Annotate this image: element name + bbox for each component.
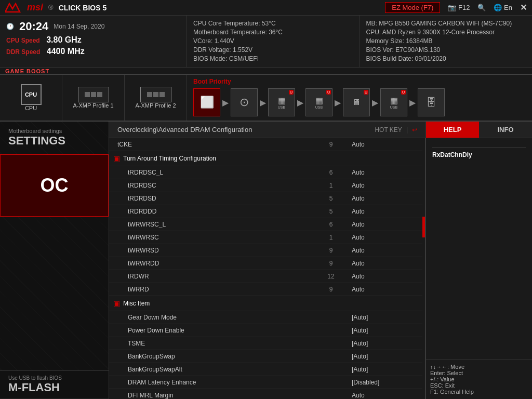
table-row-13[interactable]: Gear Down Mode[Auto]	[109, 311, 422, 324]
section-toggle-1[interactable]: ▣	[113, 154, 120, 163]
table-row-4[interactable]: tRDRDSD5Auto	[109, 192, 422, 205]
row-name-14: Power Down Enable	[117, 327, 310, 334]
boot-arrow-4: ▶	[335, 98, 341, 108]
row-value-4: 5	[310, 195, 352, 202]
scroll-thumb	[422, 217, 425, 237]
sidebar-settings[interactable]: Motherboard settings SETTINGS	[0, 122, 109, 154]
table-row-17[interactable]: BankGroupSwapAlt[Auto]	[109, 363, 422, 376]
right-panel: HELP INFO RxDatChnDly ↑↓→←: Move Enter: …	[425, 122, 532, 399]
boot-device-hdd[interactable]: ⬜	[193, 88, 220, 116]
table-row-0[interactable]: tCKE9Auto	[109, 138, 422, 151]
scroll-indicator	[422, 138, 425, 399]
boot-device-usb4[interactable]: U ▦ USB	[380, 88, 407, 116]
ez-mode-button[interactable]: EZ Mode (F7)	[385, 2, 440, 13]
clock-icon: 🕐	[6, 23, 14, 30]
table-row-8[interactable]: tWRWRSD9Auto	[109, 244, 422, 257]
close-button[interactable]: ✕	[520, 3, 527, 12]
usb1-icon: ▦	[278, 96, 286, 105]
svg-marker-0	[5, 4, 20, 12]
usb-badge-4: U	[401, 90, 406, 95]
date-display: Mon 14 Sep, 2020	[54, 23, 104, 30]
tab-help[interactable]: HELP	[426, 122, 479, 138]
help-title: RxDatChnDly	[432, 151, 526, 158]
table-row-3[interactable]: tRDRDSC1Auto	[109, 179, 422, 192]
cpu-model: CPU: AMD Ryzen 9 3900X 12-Core Processor	[366, 29, 526, 36]
row-name-5: tRDRDDD	[117, 208, 310, 215]
memory-size: Memory Size: 16384MB	[366, 37, 526, 45]
table-row-10[interactable]: tRDWR12Auto	[109, 270, 422, 283]
top-header: msi ® CLICK BIOS 5 EZ Mode (F7) 📷 F12 🔍 …	[0, 0, 532, 16]
profile-cpu[interactable]: CPU CPU	[0, 75, 62, 121]
language-icon[interactable]: 🌐 En	[494, 4, 512, 11]
sidebar-oc[interactable]: OC	[0, 154, 109, 217]
table-row-16[interactable]: BankGroupSwap[Auto]	[109, 350, 422, 363]
boot-arrow-2: ▶	[260, 98, 266, 108]
section-header-12: ▣Misc Item	[109, 296, 422, 311]
table-row-19[interactable]: DFI MRL MarginAuto	[109, 389, 422, 399]
msi-logo	[5, 2, 24, 13]
row-value-5: 5	[310, 208, 352, 215]
boot-device-usb3[interactable]: U 🖥	[343, 88, 370, 116]
row-value-11: 9	[310, 286, 352, 293]
key-esc: ESC: Exit	[430, 382, 528, 389]
brand-name: msi	[27, 2, 43, 13]
row-name-4: tRDRDSD	[117, 195, 310, 202]
sidebar-content: Motherboard settings SETTINGS OC	[0, 122, 109, 217]
row-auto-3: Auto	[352, 182, 414, 189]
table-row-11[interactable]: tWRRD9Auto	[109, 283, 422, 296]
boot-device-usb2[interactable]: U ▦ USB	[305, 88, 332, 116]
table-row-2[interactable]: tRDRDSC_L6Auto	[109, 166, 422, 179]
search-icon[interactable]: 🔍	[477, 4, 486, 11]
usb-badge-2: U	[326, 90, 331, 95]
table-row-15[interactable]: TSME[Auto]	[109, 337, 422, 350]
row-name-19: DFI MRL Margin	[117, 392, 310, 399]
boot-devices: ⬜ ▶ ⊙ ▶ U ▦ USB ▶ U ▦ USB ▶	[193, 88, 526, 116]
settings-table[interactable]: tCKE9Auto▣Turn Around Timing Configurati…	[109, 138, 422, 399]
boot-arrow-3: ▶	[297, 98, 303, 108]
table-row-6[interactable]: tWRWRSC_L6Auto	[109, 218, 422, 231]
bios-ver: BIOS Ver: E7C90AMS.130	[366, 46, 526, 54]
usb-badge-3: U	[364, 90, 368, 95]
usb2-icon: ▦	[315, 96, 323, 105]
info-left: 🕐 20:24 Mon 14 Sep, 2020 CPU Speed 3.80 …	[0, 16, 187, 67]
optical-icon: ⊙	[240, 96, 249, 109]
ddr-speed-item: DDR Speed 4400 MHz	[6, 47, 85, 56]
breadcrumb-text: Overclocking\Advanced DRAM Configuration	[117, 126, 252, 134]
tab-info[interactable]: INFO	[479, 122, 532, 138]
boot-device-usb1[interactable]: U ▦ USB	[268, 88, 295, 116]
row-name-13: Gear Down Mode	[117, 314, 310, 321]
row-name-18: DRAM Latency Enhance	[117, 379, 310, 386]
hdd-icon: ⬜	[200, 96, 214, 109]
table-row-14[interactable]: Power Down Enable[Auto]	[109, 324, 422, 337]
ddr-voltage: DDR Voltage: 1.552V	[193, 46, 353, 54]
boot-arrow-1: ▶	[222, 98, 229, 108]
row-name-17: BankGroupSwapAlt	[117, 366, 310, 373]
bios-mode: BIOS Mode: CSM/UEFI	[193, 55, 353, 62]
table-row-7[interactable]: tWRWRSC1Auto	[109, 231, 422, 244]
row-name-7: tWRWRSC	[117, 234, 310, 241]
hotkey-sep: |	[406, 126, 408, 134]
row-value-10: 12	[310, 273, 352, 280]
usb4-icon: ▦	[390, 96, 398, 105]
table-row-9[interactable]: tWRWRDD9Auto	[109, 257, 422, 270]
info-bar: 🕐 20:24 Mon 14 Sep, 2020 CPU Speed 3.80 …	[0, 16, 532, 68]
profile-axmp1[interactable]: A-XMP Profile 1	[62, 75, 125, 121]
table-row-5[interactable]: tRDRDDD5Auto	[109, 205, 422, 218]
sidebar-mflash[interactable]: Use USB to flash BIOS M-FLASH	[0, 370, 109, 399]
hotkey-label: HOT KEY	[375, 126, 402, 134]
boot-priority-section: Boot Priority ⬜ ▶ ⊙ ▶ U ▦ USB ▶ U ▦	[187, 75, 532, 121]
table-row-18[interactable]: DRAM Latency Enhance[Disabled]	[109, 376, 422, 389]
back-icon[interactable]: ↩	[412, 126, 417, 134]
row-auto-2: Auto	[352, 169, 414, 176]
game-boost-bar: GAME BOOST	[0, 68, 532, 75]
profile-axmp2[interactable]: A-XMP Profile 2	[125, 75, 187, 121]
settings-big-label: SETTINGS	[8, 134, 100, 148]
cpu-temp: CPU Core Temperature: 53°C	[193, 20, 353, 27]
boot-device-nvme[interactable]: 🗄	[418, 88, 445, 116]
section-toggle-12[interactable]: ▣	[113, 299, 120, 308]
boot-device-optical[interactable]: ⊙	[231, 88, 258, 116]
screenshot-icon[interactable]: 📷 F12	[448, 4, 470, 11]
game-boost-label: GAME BOOST	[5, 68, 49, 74]
mb-model: MB: MPG B550 GAMING CARBON WIFI (MS-7C90…	[366, 20, 526, 27]
row-auto-7: Auto	[352, 234, 414, 241]
